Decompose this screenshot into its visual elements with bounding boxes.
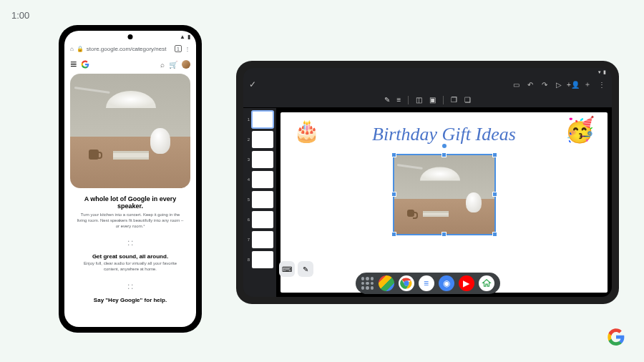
floating-tool-pills: ⌨ ✎ [279,261,313,277]
overflow-menu-icon[interactable]: ⋮ [597,81,606,89]
slide-thumbnail-preview[interactable] [252,151,273,168]
product-subheading-1: Get great sound, all around. [92,252,168,261]
resize-handle-w[interactable] [391,192,396,197]
undo-icon[interactable]: ↶ [526,81,535,89]
wifi-icon: ▲ [180,34,185,40]
slide-thumbnail-number: 3 [246,157,250,162]
slide-thumbnail-preview[interactable] [252,211,273,228]
resize-handle-se[interactable] [492,232,497,237]
taskbar-app-gmail[interactable] [379,275,394,291]
slide-thumbnail-number: 1 [246,117,250,122]
crop-icon[interactable]: ◫ [416,96,422,104]
product-heading: A whole lot of Google in every speaker. [70,195,190,212]
slide-thumbnail[interactable]: 3 [246,151,273,168]
tablet-device-frame: ▾ ▮ ✓ ▭ ↶ ↷ ▷ +👤 ＋ ⋮ ✎ ≡ ◫ ▣ ❐ ❏ [236,61,619,304]
slide-thumbnail-preview[interactable] [252,191,273,208]
copy-icon[interactable]: ❐ [451,96,457,104]
presentation-clock: 1:00 [11,10,29,21]
draw-tool-pill[interactable]: ✎ [298,261,313,277]
search-icon[interactable]: ⌕ [160,61,165,69]
redo-icon[interactable]: ↷ [540,81,549,89]
phone-screen: ▲ ▮ ⌂ 🔒 store.google.com/category/nest 1… [64,31,196,327]
rotate-handle[interactable] [442,144,447,148]
resize-handle-ne[interactable] [492,152,497,157]
store-header: ≡ ⌕ 🛒 [64,55,196,74]
slide-thumbnail-number: 7 [246,238,250,242]
cast-icon[interactable]: ▭ [512,81,520,89]
product-hero-image [70,74,190,188]
resize-handle-s[interactable] [441,232,447,237]
taskbar-app-home[interactable] [479,275,494,291]
slide-thumbnail-number: 4 [246,177,250,182]
browser-address-bar[interactable]: ⌂ 🔒 store.google.com/category/nest 1 ⋮ [64,42,196,55]
home-icon[interactable]: ⌂ [70,46,74,52]
present-icon[interactable]: ▷ [555,81,563,89]
slide-title-text[interactable]: Birthday Gift Ideas [280,124,608,145]
image-icon[interactable]: ▣ [429,96,436,104]
resize-handle-n[interactable] [441,152,447,157]
slide-thumbnail-rail[interactable]: 12345678 [243,108,276,297]
store-menu-icon[interactable]: ≡ [70,58,77,71]
divider-icon: ⸬ [128,239,133,248]
slides-edit-toolbar: ✎ ≡ ◫ ▣ ❐ ❏ [243,92,612,108]
toolbar-separator [408,96,409,104]
slide-thumbnail[interactable]: 2 [246,131,273,148]
slide-canvas-area[interactable]: 🎂 🥳 Birthday Gift Ideas [276,108,612,297]
done-check-icon[interactable]: ✓ [249,79,256,89]
resize-handle-sw[interactable] [391,232,396,237]
product-paragraph-2: Enjoy full, clear audio for virtually al… [70,261,190,278]
taskbar-app-docs[interactable]: ≡ [419,275,434,291]
taskbar-app-chrome[interactable] [399,275,414,291]
slide-thumbnail-preview[interactable] [252,131,273,148]
tablet-status-bar: ▾ ▮ [243,68,612,77]
divider-icon: ⸬ [128,283,133,291]
slide-canvas[interactable]: 🎂 🥳 Birthday Gift Ideas [280,112,608,293]
slide-thumbnail-preview[interactable] [252,171,273,188]
slide-thumbnail-number: 5 [246,197,250,202]
slide-thumbnail-preview[interactable] [252,251,273,268]
product-paragraph-1: Turn your kitchen into a concert. Keep i… [70,212,190,235]
phone-device-frame: ▲ ▮ ⌂ 🔒 store.google.com/category/nest 1… [59,25,202,333]
resize-handle-e[interactable] [492,192,497,197]
account-avatar[interactable] [182,60,190,69]
google-logo-icon [81,60,89,69]
store-page-content: A whole lot of Google in every speaker. … [64,74,196,327]
slide-thumbnail[interactable]: 6 [246,211,273,228]
layers-icon[interactable]: ❏ [464,96,471,104]
tablet-taskbar: ≡ ◉ ▶ [356,273,500,294]
slide-thumbnail-number: 2 [246,137,250,142]
slides-app-bar: ✓ ▭ ↶ ↷ ▷ +👤 ＋ ⋮ [243,77,612,92]
phone-camera-punchhole [128,34,133,39]
edit-pencil-icon[interactable]: ✎ [384,96,390,104]
tablet-screen: ▾ ▮ ✓ ▭ ↶ ↷ ▷ +👤 ＋ ⋮ ✎ ≡ ◫ ▣ ❐ ❏ [243,68,612,297]
lock-icon: 🔒 [77,46,84,52]
slide-thumbnail[interactable]: 4 [246,171,273,188]
slide-thumbnail-number: 6 [246,217,250,222]
slide-thumbnail-preview[interactable] [252,111,273,128]
product-subheading-2: Say "Hey Google" for help. [94,295,167,305]
app-drawer-icon[interactable] [361,277,374,290]
slide-thumbnail-preview[interactable] [252,231,273,248]
battery-icon: ▮ [603,69,606,75]
url-text: store.google.com/category/nest [87,46,172,52]
add-icon[interactable]: ＋ [583,79,592,89]
browser-menu-icon[interactable]: ⋮ [185,46,190,52]
slide-thumbnail[interactable]: 8 [246,251,273,268]
cart-icon[interactable]: 🛒 [169,61,177,69]
selected-inserted-image[interactable] [394,155,494,234]
slide-thumbnail-number: 8 [246,258,250,262]
share-add-person-icon[interactable]: +👤 [569,81,577,89]
wifi-icon: ▾ [598,69,601,75]
text-tool-pill[interactable]: ⌨ [279,261,295,277]
toolbar-separator [443,96,444,104]
taskbar-app-camera[interactable]: ◉ [439,275,454,291]
slide-thumbnail[interactable]: 7 [246,231,273,248]
google-logo-watermark [607,328,625,346]
slide-thumbnail[interactable]: 5 [246,191,273,208]
signal-icon: ▮ [187,34,190,40]
resize-handle-nw[interactable] [391,152,396,157]
tabs-button[interactable]: 1 [175,45,182,52]
slide-thumbnail[interactable]: 1 [246,111,273,128]
list-icon[interactable]: ≡ [397,96,401,104]
taskbar-app-youtube[interactable]: ▶ [459,275,474,291]
